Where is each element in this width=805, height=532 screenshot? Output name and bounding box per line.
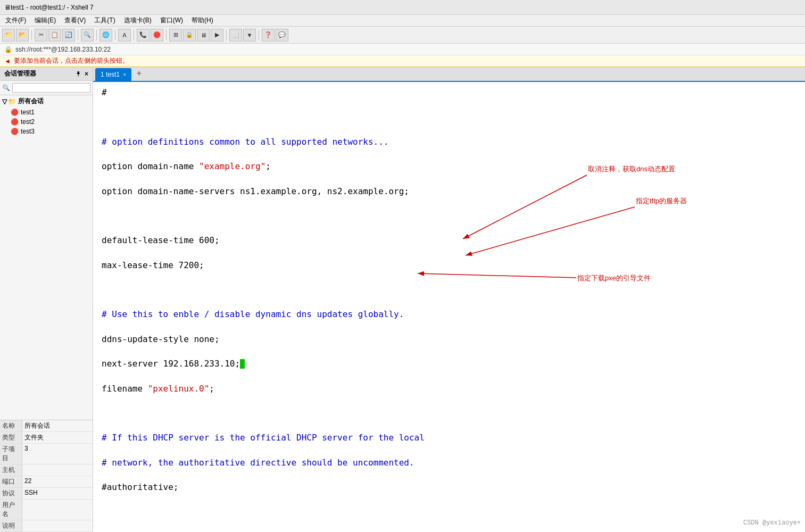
toolbar-sep-7 [226,30,227,40]
menu-tabs[interactable]: 选项卡(B) [121,15,155,26]
toolbar-monitor[interactable]: 🖥 [197,29,210,41]
folder-icon: 📁 [8,98,16,105]
menu-window[interactable]: 窗口(W) [157,15,186,26]
info-label-host: 主机 [0,464,22,476]
menu-view[interactable]: 查看(V) [61,15,89,26]
menu-help[interactable]: 帮助(H) [188,15,217,26]
info-label-children: 子项目 [0,444,22,464]
line-blank-3 [102,284,796,296]
lock-icon: 🔒 [4,46,12,53]
line-filename: filename "pxelinux.0"; [102,383,796,395]
toolbar-sep-1 [31,30,32,40]
line-blank-1 [102,111,796,123]
terminal-content: # # option definitions common to all sup… [102,86,796,532]
sidebar-item-test2[interactable]: 🔴 test2 [9,117,93,127]
toolbar-lock[interactable]: 🔒 [183,29,196,41]
toolbar-terminal[interactable]: ▶ [211,29,223,41]
info-label-protocol: 协议 [0,488,22,499]
info-value-type: 文件夹 [22,432,93,443]
toolbar-open[interactable]: 📂 [16,29,29,41]
info-value-name: 所有会话 [22,420,93,431]
session-label-test1: test1 [21,109,35,116]
sidebar-title: 会话管理器 [4,69,36,78]
ssh-address: ssh://root:***@192.168.233.10:22 [15,46,111,53]
session-label-test3: test3 [21,128,35,135]
toolbar-new[interactable]: 📁 [2,29,15,41]
menu-edit[interactable]: 编辑(E) [31,15,59,26]
session-icon-test2: 🔴 [11,118,19,126]
toolbar-cut[interactable]: ✂ [35,29,47,41]
line-blank-4 [102,407,796,419]
toolbar-font[interactable]: A [118,29,131,41]
info-value-host [22,464,93,476]
toolbar-copy[interactable]: 📋 [48,29,61,41]
menu-tools[interactable]: 工具(T) [91,15,118,26]
toolbar-refresh[interactable]: 🔄 [62,29,75,41]
line-authoritative: #authoritative; [102,481,796,493]
sidebar: 会话管理器 🖈 × 🔍 ▽ 📁 所有会话 🔴 test1 🔴 test2 [0,67,93,532]
sidebar-search-bar: 🔍 [0,81,93,95]
info-row-type: 类型 文件夹 [0,432,93,444]
info-label-note: 说明 [0,520,22,531]
info-value-children: 3 [22,444,93,464]
line-comment-dhcp-1: # If this DHCP server is the official DH… [102,431,796,444]
toolbar-sep-4 [115,30,115,40]
toolbar-chat[interactable]: 💬 [276,29,288,41]
expand-icon: ▽ [2,98,7,105]
toolbar-sep-3 [96,30,97,40]
toolbar-cmd[interactable]: ⬜ [229,29,242,41]
close-sidebar-button[interactable]: × [85,70,88,78]
tab-bar: 1 test1 × + [93,67,805,82]
watermark: CSDN @yexiaoye× [743,519,801,528]
toolbar-phone[interactable]: 📞 [137,29,150,41]
line-domain-name: option domain-name "example.org"; [102,160,796,172]
info-row-host: 主机 [0,464,93,476]
line-default-lease: default-lease-time 600; [102,234,796,246]
info-label-name: 名称 [0,420,22,431]
titlebar: 🖥 test1 - root@test1:/ - Xshell 7 [0,0,805,15]
info-row-protocol: 协议 SSH [0,488,93,500]
sidebar-item-test1[interactable]: 🔴 test1 [9,107,93,117]
toolbar-search[interactable]: 🔍 [81,29,94,41]
info-value-note [22,520,93,531]
menu-file[interactable]: 文件(F) [2,15,29,26]
sidebar-header: 会话管理器 🖈 × [0,67,93,81]
toolbar-stop[interactable]: 🛑 [151,29,163,41]
notification-bar: ◄ 要添加当前会话，点击左侧的箭头按钮。 [0,55,805,67]
tab-test1[interactable]: 1 test1 × [95,68,131,81]
toolbar-help[interactable]: ❓ [262,29,275,41]
sidebar-item-test3[interactable]: 🔴 test3 [9,127,93,136]
tree-root-all-sessions[interactable]: ▽ 📁 所有会话 [0,95,93,107]
info-value-port: 22 [22,476,93,487]
main-area: 会话管理器 🖈 × 🔍 ▽ 📁 所有会话 🔴 test1 🔴 test2 [0,67,805,532]
pin-icon[interactable]: 🖈 [75,70,81,78]
sidebar-info-panel: 名称 所有会话 类型 文件夹 子项目 3 主机 端口 22 协议 SSH [0,420,93,532]
line-next-server: next-server 192.168.233.10; [102,358,796,370]
search-input[interactable] [12,83,90,93]
toolbar-sep-2 [78,30,78,40]
tab-label: 1 test1 [101,71,120,78]
tree-root-label: 所有会话 [18,97,44,106]
toolbar-sep-6 [166,30,167,40]
toolbar-arr[interactable]: ▼ [243,29,256,41]
line-1: # [102,86,796,98]
session-icon-test1: 🔴 [11,109,19,116]
info-row-children: 子项目 3 [0,444,93,464]
toolbar-sep-8 [259,30,259,40]
session-icon-test3: 🔴 [11,128,19,135]
line-blank-5 [102,505,796,518]
window-title: test1 - root@test1:/ - Xshell 7 [11,4,94,11]
notification-text: 要添加当前会话，点击左侧的箭头按钮。 [14,56,129,65]
new-tab-button[interactable]: + [134,68,144,79]
toolbar-grid[interactable]: ⊞ [169,29,182,41]
info-label-type: 类型 [0,432,22,443]
info-value-protocol: SSH [22,488,93,499]
tab-close-button[interactable]: × [123,71,126,78]
info-value-username [22,500,93,520]
terminal-area[interactable]: # # option definitions common to all sup… [93,82,805,532]
search-icon: 🔍 [2,84,10,92]
info-row-name: 名称 所有会话 [0,420,93,432]
info-row-note: 说明 [0,520,93,532]
toolbar-globe[interactable]: 🌐 [99,29,112,41]
line-ddns: ddns-update-style none; [102,333,796,345]
